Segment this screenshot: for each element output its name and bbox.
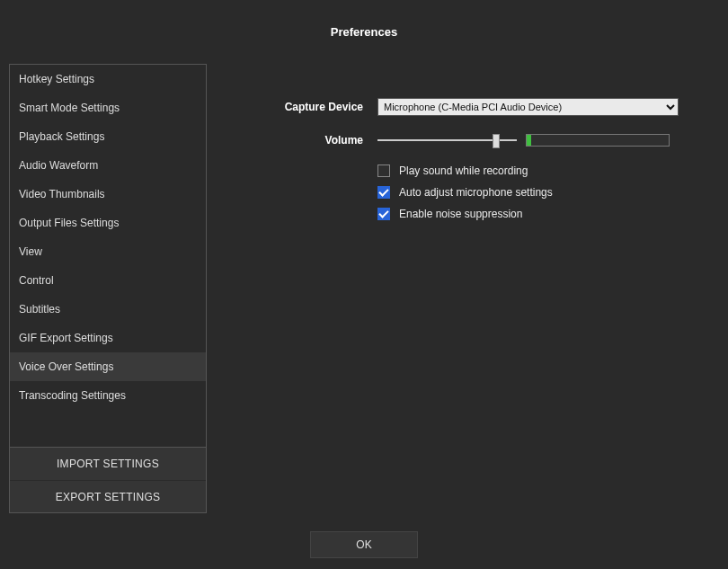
ok-button[interactable]: OK (310, 531, 418, 558)
enable-noise-suppression-checkbox[interactable]: Enable noise suppression (377, 208, 719, 220)
sidebar-item-gif-export-settings[interactable]: GIF Export Settings (10, 324, 206, 352)
sidebar-item-hotkey-settings[interactable]: Hotkey Settings (10, 65, 206, 93)
checkbox-label: Enable noise suppression (399, 208, 522, 220)
checkbox-label: Auto adjust microphone settings (399, 186, 553, 199)
sidebar-item-label: Playback Settings (19, 130, 104, 143)
sidebar-item-label: Control (19, 274, 54, 287)
checkbox-label: Play sound while recording (399, 164, 528, 177)
sidebar-item-label: Smart Mode Settings (19, 102, 120, 114)
sidebar-item-video-thumbnails[interactable]: Video Thumbnails (10, 180, 206, 209)
footer: OK (0, 531, 728, 558)
sidebar-item-view[interactable]: View (10, 237, 206, 266)
sidebar: Hotkey Settings Smart Mode Settings Play… (9, 64, 207, 513)
sidebar-item-control[interactable]: Control (10, 266, 206, 295)
volume-slider-thumb[interactable] (493, 134, 500, 148)
settings-panel: Capture Device Microphone (C-Media PCI A… (207, 64, 719, 513)
play-sound-while-recording-checkbox[interactable]: Play sound while recording (377, 164, 719, 177)
sidebar-item-label: Transcoding Settinges (19, 389, 126, 402)
sidebar-item-label: Hotkey Settings (19, 73, 94, 85)
export-settings-button[interactable]: EXPORT SETTINGS (10, 480, 206, 512)
sidebar-list: Hotkey Settings Smart Mode Settings Play… (10, 65, 206, 447)
io-button-group: IMPORT SETTINGS EXPORT SETTINGS (10, 447, 206, 512)
sidebar-item-playback-settings[interactable]: Playback Settings (10, 122, 206, 151)
sidebar-item-transcoding-settings[interactable]: Transcoding Settinges (10, 381, 206, 410)
options-group: Play sound while recording Auto adjust m… (377, 164, 719, 220)
sidebar-item-subtitles[interactable]: Subtitles (10, 295, 206, 324)
import-settings-button[interactable]: IMPORT SETTINGS (10, 448, 206, 480)
sidebar-item-label: Subtitles (19, 303, 60, 316)
capture-device-row: Capture Device Microphone (C-Media PCI A… (270, 98, 719, 116)
capture-device-label: Capture Device (270, 101, 377, 113)
volume-controls (377, 134, 670, 147)
content-area: Hotkey Settings Smart Mode Settings Play… (0, 64, 728, 513)
auto-adjust-microphone-checkbox[interactable]: Auto adjust microphone settings (377, 186, 719, 199)
capture-device-select[interactable]: Microphone (C-Media PCI Audio Device) (377, 98, 679, 116)
sidebar-item-label: Voice Over Settings (19, 360, 113, 373)
sidebar-item-label: Audio Waveform (19, 159, 98, 172)
sidebar-item-voice-over-settings[interactable]: Voice Over Settings (10, 352, 206, 381)
volume-level-meter-fill (527, 135, 531, 146)
sidebar-item-label: Output Files Settings (19, 217, 119, 229)
checkbox-box (377, 186, 390, 199)
checkbox-box (377, 208, 390, 220)
volume-label: Volume (270, 134, 377, 147)
sidebar-item-audio-waveform[interactable]: Audio Waveform (10, 151, 206, 180)
page-title: Preferences (0, 0, 728, 39)
volume-slider[interactable] (377, 135, 517, 146)
sidebar-item-label: Video Thumbnails (19, 188, 105, 200)
volume-level-meter (526, 134, 670, 147)
sidebar-item-output-files-settings[interactable]: Output Files Settings (10, 209, 206, 237)
sidebar-item-label: GIF Export Settings (19, 332, 113, 344)
sidebar-item-smart-mode-settings[interactable]: Smart Mode Settings (10, 93, 206, 122)
volume-row: Volume (270, 134, 719, 147)
checkbox-box (377, 164, 390, 177)
sidebar-item-label: View (19, 245, 42, 258)
